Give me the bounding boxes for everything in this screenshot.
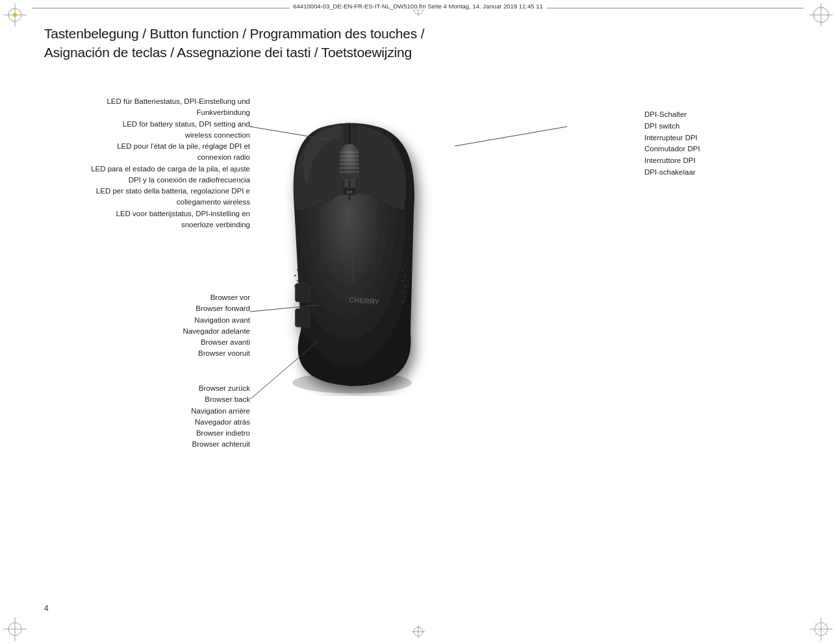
browser-back-label: Browser zurück Browser back Navigation a… [36,383,250,451]
svg-point-33 [401,269,403,271]
svg-point-3 [13,13,17,17]
mouse-illustration: DPI CHERRY Wireless High Pre [234,78,598,454]
svg-text:DPI: DPI [347,190,353,194]
bottom-right-reg-mark [809,617,833,641]
svg-text:Wireless High Precision: Wireless High Precision [351,244,355,282]
svg-rect-31 [295,283,309,302]
page-title: Tastenbelegung / Button function / Progr… [44,25,792,62]
svg-rect-22 [341,144,359,180]
svg-point-37 [401,290,403,291]
mouse-svg: DPI CHERRY Wireless High Pre [234,78,468,396]
bottom-left-reg-mark [3,617,27,641]
svg-point-34 [404,275,405,276]
bottom-center-reg-mark [412,625,425,641]
svg-point-36 [404,285,405,286]
svg-point-35 [401,280,403,281]
svg-point-40 [297,269,298,271]
dpi-label: DPI-Schalter DPI switch Interrupteur DPI… [644,109,774,179]
svg-point-39 [401,301,403,303]
page-number: 4 [44,604,49,613]
browser-forward-label: Browser vor Browser forward Navigation a… [36,292,250,360]
svg-point-43 [294,285,296,286]
top-left-reg-mark [3,3,27,27]
svg-point-38 [404,296,405,297]
header-meta-text: 64410004-03_DE-EN-FR-ES-IT-NL_DW5100.fm … [289,3,546,10]
led-label: LED für Batteriestatus, DPI-Einstellung … [36,96,250,230]
svg-point-42 [297,280,298,281]
top-right-reg-mark [809,3,833,27]
svg-point-41 [294,275,296,276]
svg-rect-32 [295,308,309,327]
